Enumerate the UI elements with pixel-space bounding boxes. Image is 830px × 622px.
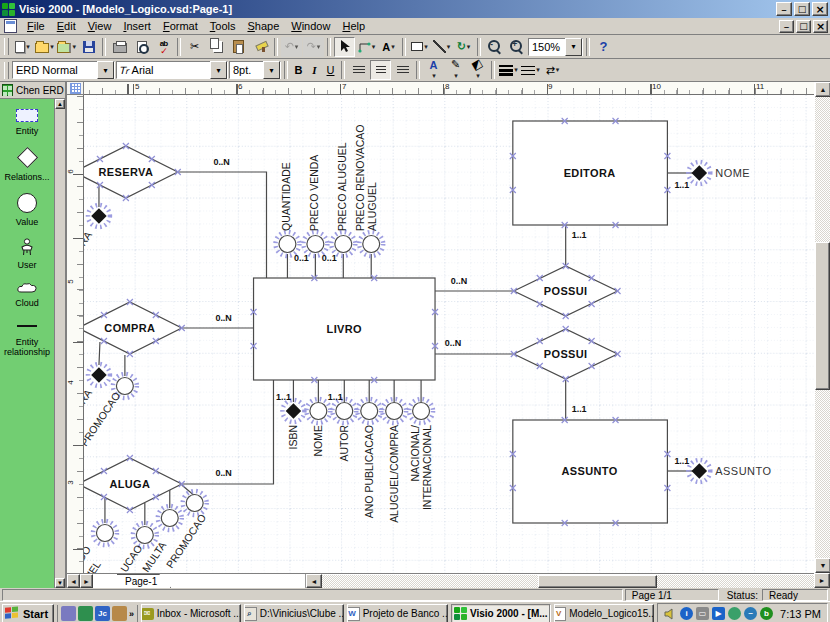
menu-help[interactable]: Help [336,19,371,33]
page-nav-left-icon[interactable] [67,574,80,588]
line-tool-button[interactable] [431,37,452,57]
vertical-scroll-track[interactable] [815,97,830,558]
drawing-canvas[interactable]: EDITORA LIVRO ASSUNTO RESERVA COMP [84,95,814,573]
pc-tray-icon[interactable]: ▭ [696,607,709,620]
cut-button[interactable]: ✂ [184,37,205,57]
task-button-visio[interactable]: Visio 2000 - [M... [451,604,551,622]
zoom-in-button[interactable]: + [506,37,527,57]
quick-launch-icon-2[interactable] [78,606,93,621]
help-button[interactable]: ? [593,37,614,57]
menu-shape[interactable]: Shape [241,19,285,33]
green-tray-icon[interactable] [728,607,741,620]
quick-launch-overflow-icon[interactable]: » [129,609,134,619]
print-button[interactable] [109,37,130,57]
stencil-item-entity-relationship[interactable]: Entity relationship [0,319,54,357]
stencil-item-entity[interactable]: Entity [0,109,54,136]
scroll-down-icon[interactable] [815,558,830,573]
close-button[interactable] [812,2,828,16]
scroll-up-icon[interactable] [815,82,830,97]
restore-button[interactable] [794,2,810,16]
font-dropdown-icon[interactable] [210,61,227,79]
doc-minimize-button[interactable] [779,20,794,33]
page-nav-right-icon[interactable] [80,574,93,588]
line-weight-button[interactable] [498,60,519,80]
align-center-button[interactable] [370,60,391,80]
font-combobox[interactable]: Tr Arial [116,61,228,79]
menu-tools[interactable]: Tools [204,19,242,33]
copy-button[interactable] [206,37,227,57]
menu-file[interactable]: File [21,19,51,33]
volume-icon[interactable] [664,608,677,620]
quick-launch-icon-1[interactable] [61,606,76,621]
stencil-titlebar[interactable]: Chen ERD [0,82,65,99]
align-left-button[interactable] [348,60,369,80]
stencil-scrollbar[interactable]: ▲ ▼ [54,99,65,588]
start-button[interactable]: Start [2,604,54,622]
spelling-button[interactable]: ab✓ [153,37,174,57]
open-stencil-button[interactable] [56,37,77,57]
stencil-scroll-down-icon[interactable]: ▼ [55,578,65,588]
format-painter-button[interactable] [250,37,271,57]
pointer-tool-button[interactable] [334,37,355,57]
menu-window[interactable]: Window [285,19,336,33]
stencil-item-value[interactable]: Value [0,193,54,227]
underline-button[interactable]: U [323,60,338,80]
quick-launch-icon-3[interactable]: Jc [95,606,110,621]
redo-button[interactable]: ↷ [303,37,324,57]
task-button-inbox[interactable]: ✉ Inbox - Microsoft ... [141,604,241,622]
line-color-button[interactable]: ✎ [445,60,466,80]
undo-button[interactable]: ↶ [281,37,302,57]
zoom-out-button[interactable]: - [484,37,505,57]
print-preview-button[interactable] [131,37,152,57]
scroll-right-icon[interactable] [814,573,830,588]
scroll-left-icon[interactable] [306,574,322,588]
font-color-button[interactable]: A [423,60,444,80]
horizontal-scroll-track[interactable] [322,574,814,588]
task-button-word[interactable]: W Projeto de Banco ... [347,604,447,622]
bold-button[interactable]: B [291,60,306,80]
menu-format[interactable]: Format [157,19,204,33]
fill-color-button[interactable]: ◩ [467,60,488,80]
minimize-button[interactable] [776,2,792,16]
zoom-combobox[interactable]: 150% [528,38,583,56]
paste-button[interactable] [228,37,249,57]
vertical-scroll-thumb[interactable] [815,242,830,390]
italic-button[interactable]: I [307,60,322,80]
menu-insert[interactable]: Insert [117,19,157,33]
line-pattern-button[interactable] [520,60,541,80]
font-size-dropdown-icon[interactable] [263,61,280,79]
document-icon[interactable] [4,19,17,33]
line-ends-button[interactable]: ⇄ [542,60,563,80]
entity-editora[interactable]: EDITORA [513,121,668,225]
info-tray-icon[interactable]: i [680,607,693,620]
wave-tray-icon[interactable]: ~ [744,607,757,620]
zoom-dropdown-icon[interactable] [565,38,582,56]
menu-edit[interactable]: Edit [51,19,82,33]
connector-tool-button[interactable] [356,37,377,57]
toolbar-grip[interactable] [4,38,9,55]
style-dropdown-icon[interactable] [97,61,114,79]
task-button-explorer[interactable]: ⌕ D:\Vinicius\Clube ... [244,604,344,622]
align-right-button[interactable] [392,60,413,80]
doc-restore-button[interactable] [796,20,811,33]
rotate-tool-button[interactable]: ↻ [453,37,474,57]
menu-view[interactable]: View [82,19,118,33]
page-tab[interactable]: Page-1 [117,574,171,588]
font-size-combobox[interactable]: 8pt. [229,61,281,79]
text-tool-button[interactable]: A [378,37,399,57]
toolbar-grip2[interactable] [4,62,9,79]
style-combobox[interactable]: ERD Normal [12,61,115,79]
stencil-item-cloud[interactable]: Cloud [0,281,54,308]
ruler-corner[interactable] [67,82,84,95]
entity-assunto[interactable]: ASSUNTO [513,420,668,523]
stencil-item-user[interactable]: User [0,238,54,270]
stencil-item-relationship[interactable]: Relations... [0,147,54,182]
horizontal-scroll-thumb[interactable] [538,575,656,588]
quick-launch-icon-4[interactable] [112,606,127,621]
rectangle-tool-button[interactable] [409,37,430,57]
save-button[interactable] [78,37,99,57]
new-document-button[interactable] [12,37,33,57]
doc-close-button[interactable] [813,20,828,33]
task-button-modelo[interactable]: V Modelo_Logico15... [554,604,654,622]
vertical-scrollbar[interactable] [814,82,830,573]
